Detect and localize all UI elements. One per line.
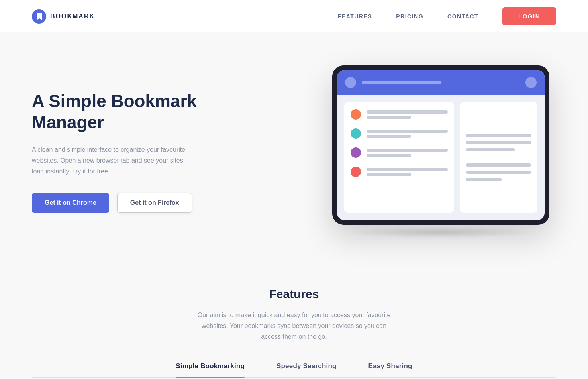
brand-icon <box>32 9 46 24</box>
sidebar-line-medium <box>466 148 515 151</box>
list-item <box>351 147 448 158</box>
list-line <box>367 130 448 133</box>
hero-section: A Simple Bookmark Manager A clean and si… <box>0 32 588 263</box>
sidebar-line <box>466 163 531 167</box>
list-line <box>367 149 448 152</box>
list-lines-4 <box>367 168 448 176</box>
sidebar-line <box>466 141 531 144</box>
tablet-screen <box>337 70 545 220</box>
list-item <box>351 109 448 120</box>
sidebar-line <box>466 134 531 137</box>
tablet-header <box>337 70 545 95</box>
features-description: Our aim is to make it quick and easy for… <box>194 310 394 342</box>
hero-content: A Simple Bookmark Manager A clean and si… <box>32 91 223 212</box>
get-chrome-button[interactable]: Get it on Chrome <box>32 193 109 213</box>
hero-buttons: Get it on Chrome Get it on Firefox <box>32 193 223 213</box>
sidebar-line <box>466 171 531 174</box>
list-line-short <box>367 135 411 138</box>
tablet-dot-left <box>345 77 356 88</box>
tab-speedy-searching[interactable]: Speedy Searching <box>276 362 337 377</box>
list-item <box>351 167 448 177</box>
navbar: BOOKMARK FEATURES PRICING CONTACT LOGIN <box>0 0 588 32</box>
sidebar-line-short <box>466 178 502 181</box>
list-dot-2 <box>351 128 361 139</box>
list-lines-3 <box>367 149 448 157</box>
tablet-device <box>332 65 549 225</box>
hero-illustration <box>325 65 556 238</box>
hero-title: A Simple Bookmark Manager <box>32 91 223 133</box>
features-tabs: Simple Bookmarking Speedy Searching Easy… <box>32 362 556 378</box>
list-lines-2 <box>367 130 448 138</box>
tablet-body <box>337 95 545 220</box>
list-dot-3 <box>351 147 361 158</box>
login-button[interactable]: LOGIN <box>502 7 556 25</box>
get-firefox-button[interactable]: Get it on Firefox <box>117 193 192 213</box>
tab-simple-bookmarking[interactable]: Simple Bookmarking <box>176 362 245 377</box>
nav-links: FEATURES PRICING CONTACT LOGIN <box>338 7 556 25</box>
brand-logo[interactable]: BOOKMARK <box>32 9 95 24</box>
list-dot-1 <box>351 109 361 120</box>
list-line-short <box>367 173 411 176</box>
list-item <box>351 128 448 139</box>
list-lines-1 <box>367 110 448 119</box>
nav-contact[interactable]: CONTACT <box>447 13 478 20</box>
hero-description: A clean and simple interface to organize… <box>32 144 191 177</box>
tab-easy-sharing[interactable]: Easy Sharing <box>368 362 412 377</box>
tablet-shadow <box>345 226 536 238</box>
nav-pricing[interactable]: PRICING <box>396 13 423 20</box>
nav-features[interactable]: FEATURES <box>338 13 372 20</box>
list-line <box>367 110 448 114</box>
list-line-short <box>367 154 411 157</box>
list-dot-4 <box>351 167 361 177</box>
features-title: Features <box>32 287 556 301</box>
tablet-dot-right <box>525 77 537 88</box>
tablet-sidebar <box>460 102 537 213</box>
features-section: Features Our aim is to make it quick and… <box>0 263 588 379</box>
list-line <box>367 168 448 171</box>
tablet-list <box>344 102 454 213</box>
tablet-url-bar <box>362 81 441 84</box>
list-line-short <box>367 116 411 119</box>
brand-name: BOOKMARK <box>50 13 95 20</box>
